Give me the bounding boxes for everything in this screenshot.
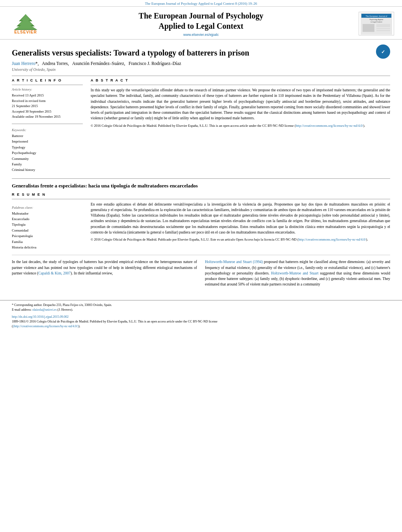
body-right-column: Holtzworth-Munroe and Stuart (1994) prop… (205, 259, 390, 289)
article-content: ✓ Generalists versus specialists: Toward… (0, 40, 402, 294)
divider-2 (12, 85, 83, 85)
cc-license-link-1[interactable]: http://creativecommons.org/licenses/by-n… (296, 124, 363, 128)
resumen-column: En este estudio aplicamos el debate del … (91, 202, 390, 250)
affiliation: University of Oviedo, Spain (12, 67, 390, 72)
email-link[interactable]: olaizola@uniovi.es (32, 308, 57, 311)
journal-citation: The European Journal of Psychology Appli… (145, 2, 257, 6)
body-section: In the last decades, the study of typolo… (12, 255, 390, 289)
palabras-clave-column: Palabras clave: Maltratador Encarcelado … (12, 202, 83, 250)
elsevier-wordmark: ELSEVIER (14, 30, 37, 34)
abstract-text: In this study we apply the versatile/spe… (91, 87, 390, 128)
footer-license-link[interactable]: (http://creativecommons.org/licenses/by-… (13, 324, 78, 328)
palabra-2: Encarcelado (12, 216, 83, 222)
abstract-copyright: © 2016 Colegio Oficial de Psicólogos de … (91, 124, 390, 128)
holtzworth-munroe-link-1[interactable]: Holtzworth-Munroe and Stuart (1994) (205, 260, 263, 264)
info-abstract-columns: A R T I C L E I N F O Article history: R… (12, 78, 390, 173)
resumen-text: En este estudio aplicamos el debate del … (91, 202, 390, 242)
body-left-text: In the last decades, the study of typolo… (12, 259, 197, 276)
spanish-title: Generalistas frente a especialistas: hac… (12, 183, 390, 189)
divider-6 (12, 199, 390, 199)
body-right-text: Holtzworth-Munroe and Stuart (1994) prop… (205, 259, 390, 287)
keywords-section: Keywords: Batterer Imprisoned Typology P… (12, 128, 83, 173)
keyword-3: Typology (12, 145, 83, 150)
svg-marker-2 (15, 14, 36, 29)
article-info-column: A R T I C L E I N F O Article history: R… (12, 78, 83, 173)
svg-text:to Legal Context: to Legal Context (370, 21, 382, 23)
author-herrero: Juan Herrero*, (12, 61, 40, 66)
capaldi-kim-link[interactable]: Capaldi & Kim, 2007 (38, 271, 71, 275)
available-date: Available online 19 November 2015 (12, 114, 83, 120)
journal-title: The European Journal of Psychology Appli… (51, 11, 351, 37)
issn-copyright-line: 1889-1861/© 2016 Colegio Oficial de Psic… (12, 319, 390, 324)
palabras-clave-label: Palabras clave: (12, 206, 83, 209)
license-url-line: ((http://creativecommons.org/licenses/by… (12, 324, 390, 329)
author-torres: Andrea Torres, (41, 61, 70, 66)
journal-cover-thumbnail: The European Journal of Psychology Appli… (361, 13, 392, 35)
top-banner: The European Journal of Psychology Appli… (0, 0, 402, 7)
keyword-1: Batterer (12, 133, 83, 139)
email-author: (J. Herrero). (58, 308, 73, 311)
palabra-3: Tipología (12, 222, 83, 227)
resumen-paragraph: En este estudio aplicamos el debate del … (91, 202, 390, 235)
keyword-5: Community (12, 156, 83, 161)
cc-license-link-2[interactable]: http://creativecommons.org/licenses/by-n… (298, 237, 366, 241)
svg-text:Psychology Applied: Psychology Applied (370, 19, 383, 20)
received-date: Received 13 April 2015 (12, 93, 83, 98)
doi-link[interactable]: http://dx.doi.org/10.1016/j.ejpal.2015.0… (12, 315, 69, 319)
abstract-column: A B S T R A C T In this study we apply t… (91, 78, 390, 173)
svg-text:The European Journal of: The European Journal of (365, 15, 387, 17)
abstract-paragraph: In this study we apply the versatile/spe… (91, 87, 390, 121)
author-rodriguez: Francisco J. Rodríguez–Díaz (127, 61, 181, 66)
received-revised-label: Received in revised form (12, 98, 83, 104)
divider-4 (91, 85, 390, 85)
keyword-2: Imprisoned (12, 139, 83, 144)
footnote-text: Corresponding author. Despacho 233, Plaz… (14, 303, 112, 307)
resumen-header: R E S U M E N (12, 193, 390, 196)
spanish-section: Generalistas frente a especialistas: hac… (12, 178, 390, 250)
divider-1 (12, 76, 390, 76)
keyword-7: Criminal history (12, 167, 83, 172)
authors-line: Juan Herrero*, Andrea Torres, Asunción F… (12, 61, 390, 66)
holtzworth-munroe-link-2[interactable]: Holtzworth-Munroe and Stuart (271, 271, 319, 275)
keywords-label: Keywords: (12, 128, 83, 132)
elsevier-logo: ELSEVIER (8, 12, 43, 35)
palabra-5: Psicopatología (12, 233, 83, 239)
crossmark-icon[interactable]: ✓ (376, 44, 390, 59)
divider-3 (12, 124, 83, 124)
article-info-header: A R T I C L E I N F O (12, 78, 83, 82)
journal-header: ELSEVIER The European Journal of Psychol… (0, 7, 402, 40)
svg-rect-10 (376, 28, 390, 29)
elsevier-tree-icon (12, 13, 39, 30)
keyword-4: Psychopathology (12, 150, 83, 156)
journal-thumbnail: The European Journal of Psychology Appli… (359, 12, 394, 35)
history-label: Article history: (12, 87, 83, 91)
divider-5 (12, 178, 390, 179)
article-title: Generalists versus specialists: Toward a… (12, 48, 390, 58)
accepted-date: Accepted 30 September 2015 (12, 109, 83, 115)
author-fernandez: Asunción Fernández–Suárez, (71, 61, 127, 66)
spanish-columns: Palabras clave: Maltratador Encarcelado … (12, 202, 390, 250)
body-columns: In the last decades, the study of typolo… (12, 259, 390, 289)
palabra-6: Familia (12, 239, 83, 245)
svg-text:✓: ✓ (381, 49, 385, 55)
journal-website[interactable]: www.elsevier.es/ejpalc (51, 33, 351, 37)
email-label: E-mail address: (12, 308, 32, 311)
article-footer: * Corresponding author. Despacho 233, Pl… (0, 300, 402, 329)
svg-rect-11 (376, 30, 390, 31)
doi-line: http://dx.doi.org/10.1016/j.ejpal.2015.0… (12, 315, 390, 319)
page: The European Journal of Psychology Appli… (0, 0, 402, 532)
article-dates: Received 13 April 2015 Received in revis… (12, 93, 83, 120)
palabra-7: Historia delictiva (12, 245, 83, 250)
svg-rect-9 (376, 24, 390, 27)
palabra-1: Maltratador (12, 211, 83, 216)
email-line: E-mail address: olaizola@uniovi.es (J. H… (12, 308, 390, 312)
revised-date: 21 September 2015 (12, 104, 83, 109)
palabra-4: Comunidad (12, 228, 83, 233)
crossmark-badge[interactable]: ✓ (376, 44, 390, 59)
resumen-copyright: © 2016 Colegio Oficial de Psicólogos de … (91, 237, 390, 242)
palabras-clave-section: Palabras clave: Maltratador Encarcelado … (12, 206, 83, 250)
keyword-6: Family (12, 161, 83, 167)
svg-rect-8 (363, 24, 374, 32)
body-left-column: In the last decades, the study of typolo… (12, 259, 197, 289)
abstract-header: A B S T R A C T (91, 78, 390, 82)
